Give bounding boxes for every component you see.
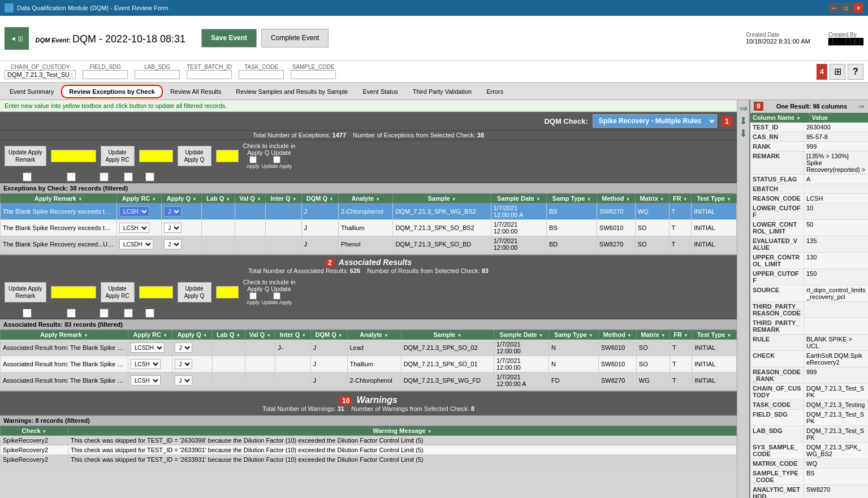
- exc-cell-remark: The Blank Spike Recovery exceed...UCL: [1, 236, 117, 253]
- exc-rc-select[interactable]: LCSH: [119, 223, 149, 233]
- assoc-aq-select[interactable]: J: [175, 343, 192, 353]
- update-apply-rc-btn-assoc[interactable]: Update Apply RC: [101, 282, 135, 302]
- assoc-row[interactable]: Associated Result from: The Blank Spike …: [1, 373, 737, 389]
- right-cell-value: DQM_7.21.3_Test_SPK: [804, 426, 868, 442]
- field-sdg-group: FIELD_SDG: [83, 64, 128, 79]
- assoc-cb-row-4[interactable]: [120, 309, 137, 318]
- exception-row[interactable]: The Blank Spike Recovery exceeds the UCL…: [1, 203, 737, 220]
- right-panel-arrow[interactable]: ⇒: [858, 102, 865, 111]
- assoc-cell-labq: [212, 373, 245, 389]
- exc-aq-select[interactable]: J: [164, 223, 182, 233]
- exc-rc-select[interactable]: LCSH: [119, 206, 149, 216]
- exc-th-val-q: Val Q ▼: [235, 194, 265, 203]
- exc-aq-select[interactable]: J: [164, 206, 182, 216]
- assoc-aq-select[interactable]: J: [175, 359, 192, 369]
- assoc-cb-row-1[interactable]: [5, 309, 50, 318]
- apply-q-input-assoc[interactable]: [216, 286, 239, 298]
- exc-th-samp-type: Samp Type ▼: [547, 194, 597, 203]
- assoc-cell-fr: T: [670, 356, 692, 373]
- cb-update-apply-assoc[interactable]: [273, 292, 280, 300]
- exc-aq-select[interactable]: J: [164, 239, 182, 249]
- assoc-rc-select[interactable]: LCSH: [131, 359, 161, 369]
- exc-cell-fr: T: [669, 203, 692, 220]
- apply-q-input-top[interactable]: [216, 150, 239, 162]
- cb-apply-assoc[interactable]: [249, 292, 257, 300]
- tab-event-status[interactable]: Event Status: [355, 85, 405, 98]
- assoc-cell-sample: DQM_7.21.3_SPK_SO_01: [401, 356, 494, 373]
- right-panel-row: SYS_SAMPLE_CODE DQM_7.21.3_SPK_WG_BS2: [750, 443, 868, 459]
- exception-row[interactable]: The Blank Spike Recovery exceeds the UCL…: [1, 220, 737, 236]
- right-cell-value: [804, 184, 868, 193]
- chain-of-custody-label: CHAIN_OF_CUSTODY: [11, 64, 70, 70]
- right-cell-value: 150: [804, 269, 868, 285]
- cb-row-1[interactable]: [5, 172, 50, 181]
- right-cell-value: [804, 302, 868, 318]
- update-apply-q-btn-top[interactable]: Update Apply Q: [178, 146, 211, 166]
- right-panel: 9 One Result: 98 columns ⇒ Column Name ▼…: [749, 100, 868, 498]
- save-event-btn[interactable]: Save Event: [201, 29, 257, 48]
- cb-row-4[interactable]: [120, 172, 137, 181]
- update-apply-remark-btn-top[interactable]: Update Apply Remark: [5, 146, 46, 166]
- assoc-cell-applyq: J: [172, 373, 212, 389]
- tab-errors[interactable]: Errors: [479, 85, 511, 98]
- assoc-rc-select[interactable]: LCSDH: [131, 343, 165, 353]
- dqm-check-select[interactable]: Spike Recovery - Multiple Rules: [593, 114, 717, 128]
- apply-rc-input-assoc[interactable]: [139, 286, 173, 298]
- created-date-value: 10/18/2022 8:31:00 AM: [746, 38, 810, 45]
- tab-review-exceptions[interactable]: Review Exceptions by Check: [61, 85, 163, 98]
- assoc-rc-select[interactable]: LCSH: [131, 375, 161, 386]
- cb-update-apply-top[interactable]: [273, 156, 280, 163]
- cb-row-5[interactable]: [141, 172, 158, 181]
- exception-row[interactable]: The Blank Spike Recovery exceed...UCL LC…: [1, 236, 737, 253]
- warning-row: SpikeRecovery2 This check was skipped fo…: [1, 455, 737, 465]
- apply-rc-input-top[interactable]: [139, 150, 173, 162]
- cb-row-2[interactable]: [54, 172, 88, 181]
- right-cell-value: 135: [804, 236, 868, 252]
- cb-apply-top[interactable]: [249, 156, 257, 163]
- assoc-row[interactable]: Associated Result from: The Blank Spike …: [1, 340, 737, 356]
- exc-th-dqm-q: DQM Q ▼: [301, 194, 338, 203]
- scroll-right-top-arrow[interactable]: ⇒: [739, 100, 748, 115]
- close-btn[interactable]: ✕: [853, 3, 863, 13]
- scroll-down-arrow-mid[interactable]: ⬇: [739, 115, 748, 127]
- minimize-btn[interactable]: ─: [828, 3, 839, 13]
- chain-of-custody-value: DQM_7.21.3_Test_SU :: [5, 70, 76, 79]
- cb-row-3[interactable]: [93, 172, 115, 181]
- tab-event-summary[interactable]: Event Summary: [2, 85, 61, 98]
- apply-remark-input-top[interactable]: [51, 150, 96, 162]
- assoc-cb-row-2[interactable]: [54, 309, 88, 318]
- tab-third-party[interactable]: Third Party Validation: [405, 85, 479, 98]
- exc-cell-testtype: INITIAL: [692, 236, 737, 253]
- assoc-cell-dqmq: J: [310, 373, 347, 389]
- exc-cell-rc: LCSH: [116, 203, 161, 220]
- tab-review-samples[interactable]: Review Samples and Results by Sample: [228, 85, 355, 98]
- update-apply-rc-btn-top[interactable]: Update Apply RC: [101, 146, 135, 166]
- grid-icon-btn[interactable]: ⊞: [830, 64, 845, 80]
- assoc-th-apply-remark: Apply Remark ▼: [1, 330, 128, 340]
- scroll-down-arrow-bot[interactable]: ⬇: [739, 127, 748, 140]
- assoc-th-apply-q: Apply Q ▼: [172, 330, 212, 340]
- exc-cell-date: 1/7/202112:00:00 A: [491, 203, 546, 220]
- help-icon-btn[interactable]: ?: [848, 64, 863, 80]
- right-panel-row: RULE BLANK SPIKE > UCL: [750, 335, 868, 351]
- tab-review-all[interactable]: Review All Results: [163, 85, 228, 98]
- right-cell-name: CHAIN_OF_CUSTODY: [750, 384, 804, 400]
- exc-rc-select[interactable]: LCSDH: [119, 239, 153, 249]
- assoc-row[interactable]: Associated Result from: The Blank Spike …: [1, 356, 737, 373]
- maximize-btn[interactable]: □: [841, 3, 851, 13]
- assoc-aq-select[interactable]: J: [175, 375, 192, 386]
- assoc-cb-row-3[interactable]: [93, 309, 115, 318]
- assoc-cb-row-5[interactable]: [141, 309, 158, 318]
- right-cell-name: SOURCE: [750, 285, 804, 301]
- update-apply-remark-btn-assoc[interactable]: Update Apply Remark: [5, 282, 46, 302]
- back-button[interactable]: ◄ |||: [5, 27, 29, 50]
- test-batch-label: TEST_BATCH_ID: [187, 64, 232, 70]
- cb-apply-label-assoc: Apply: [247, 300, 260, 305]
- right-cell-value: BS: [804, 469, 868, 484]
- complete-event-btn[interactable]: Complete Event: [261, 29, 329, 48]
- update-apply-q-btn-assoc[interactable]: Update Apply Q: [178, 282, 211, 302]
- test-batch-group: TEST_BATCH_ID: [187, 64, 232, 79]
- right-panel-row: ANALYTIC_METHOD SW8270: [750, 485, 868, 498]
- apply-remark-input-assoc[interactable]: [51, 286, 96, 298]
- right-cell-name: TEST_ID: [750, 123, 804, 132]
